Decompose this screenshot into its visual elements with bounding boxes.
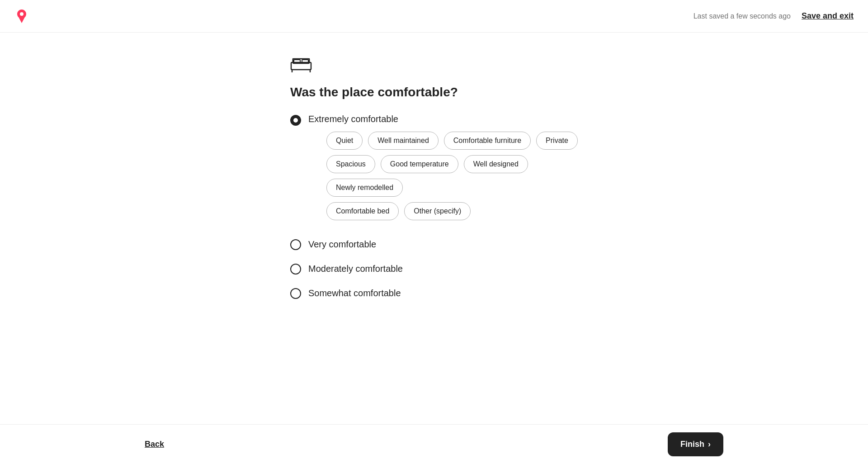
tag-comfortable-bed[interactable]: Comfortable bed: [326, 202, 399, 220]
bottom-nav: Back Finish ›: [0, 424, 868, 464]
option-somewhat-label: Somewhat comfortable: [308, 287, 401, 298]
radio-somewhat[interactable]: [290, 288, 301, 299]
header-right: Last saved a few seconds ago Save and ex…: [693, 11, 854, 21]
tags-row-1: Quiet Well maintained Comfortable furnit…: [326, 132, 578, 150]
option-extremely-label: Extremely comfortable: [308, 113, 398, 124]
tag-newly-remodelled[interactable]: Newly remodelled: [326, 179, 403, 197]
option-very-label: Very comfortable: [308, 238, 376, 250]
radio-moderately[interactable]: [290, 264, 301, 275]
tag-well-designed[interactable]: Well designed: [464, 155, 528, 173]
tag-well-maintained[interactable]: Well maintained: [368, 132, 439, 150]
tag-quiet[interactable]: Quiet: [326, 132, 363, 150]
option-very[interactable]: Very comfortable: [290, 238, 578, 250]
tag-spacious[interactable]: Spacious: [326, 155, 375, 173]
radio-extremely[interactable]: [290, 115, 301, 126]
header: Last saved a few seconds ago Save and ex…: [0, 0, 868, 33]
bed-icon: [290, 54, 578, 74]
tags-row-2: Spacious Good temperature Well designed …: [326, 155, 578, 197]
save-exit-button[interactable]: Save and exit: [802, 11, 854, 21]
option-somewhat[interactable]: Somewhat comfortable: [290, 287, 578, 299]
radio-very[interactable]: [290, 239, 301, 250]
finish-arrow-icon: ›: [708, 440, 711, 449]
tag-other-specify[interactable]: Other (specify): [404, 202, 471, 220]
tag-good-temperature[interactable]: Good temperature: [381, 155, 458, 173]
back-button[interactable]: Back: [145, 440, 164, 449]
tags-row-3: Comfortable bed Other (specify): [326, 202, 578, 220]
finish-button[interactable]: Finish ›: [668, 432, 723, 456]
main-content: Was the place comfortable? Extremely com…: [0, 0, 868, 379]
option-moderately[interactable]: Moderately comfortable: [290, 263, 578, 275]
page-title: Was the place comfortable?: [290, 85, 578, 99]
finish-label: Finish: [680, 440, 704, 449]
airbnb-logo[interactable]: [14, 9, 29, 24]
tags-section: Quiet Well maintained Comfortable furnit…: [326, 132, 578, 220]
tag-comfortable-furniture[interactable]: Comfortable furniture: [444, 132, 531, 150]
option-moderately-label: Moderately comfortable: [308, 263, 403, 274]
tag-private[interactable]: Private: [536, 132, 578, 150]
option-extremely[interactable]: Extremely comfortable Quiet Well maintai…: [290, 114, 578, 226]
last-saved-text: Last saved a few seconds ago: [693, 12, 791, 20]
